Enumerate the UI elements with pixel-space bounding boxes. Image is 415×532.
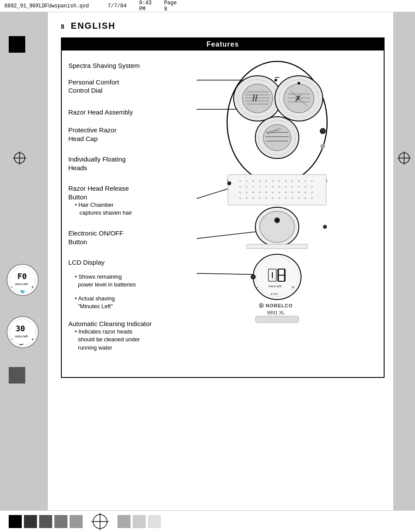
svg-point-54 <box>320 128 325 134</box>
feature-hair-chamber: Hair Chamber captures shaven hair <box>75 201 192 217</box>
main-content: 8 ENGLISH Features Spectra Shaving Syste… <box>48 12 393 510</box>
svg-rect-129 <box>255 316 299 323</box>
svg-point-63 <box>272 180 274 182</box>
feature-head-cap-label: Protective RazorHead Cap <box>68 126 192 143</box>
svg-point-70 <box>239 186 241 188</box>
gray-square-bottom <box>9 367 25 384</box>
footer-sq-light2 <box>117 515 131 528</box>
svg-point-104 <box>305 197 306 199</box>
svg-point-90 <box>291 192 293 193</box>
features-container: Features Spectra Shaving System Personal… <box>61 37 385 378</box>
svg-point-100 <box>278 197 280 199</box>
svg-text:Ⓝ NORELCO: Ⓝ NORELCO <box>259 303 293 308</box>
svg-point-92 <box>305 192 306 193</box>
page-content: F0 mins left − + 🐦 30 mins left − + ↩ <box>0 12 415 510</box>
svg-text:+: + <box>31 285 34 290</box>
svg-point-78 <box>291 186 293 188</box>
svg-text:mins left: mins left <box>268 284 282 288</box>
svg-point-74 <box>265 186 267 188</box>
svg-text:30: 30 <box>16 324 25 333</box>
feature-release-button: Razor Head ReleaseButton Hair Chamber ca… <box>68 184 192 217</box>
svg-text:↩↵: ↩↵ <box>271 291 278 296</box>
svg-point-84 <box>252 192 254 193</box>
feature-floating-heads: Individually FloatingHeads <box>68 155 192 172</box>
svg-point-61 <box>259 180 261 182</box>
features-text-column: Spectra Shaving System Personal ComfortC… <box>62 51 197 377</box>
left-margin: F0 mins left − + 🐦 30 mins left − + ↩ <box>0 12 48 510</box>
svg-text:✗: ✗ <box>295 94 301 103</box>
black-square-top <box>9 36 25 53</box>
svg-point-88 <box>278 192 280 193</box>
svg-point-107 <box>260 211 295 242</box>
svg-point-55 <box>321 144 325 148</box>
feature-spectra-label: Spectra Shaving System <box>68 61 192 70</box>
svg-point-131 <box>323 225 327 229</box>
svg-point-87 <box>272 192 274 193</box>
razor-diagram-area: // ✗ <box>197 51 384 377</box>
footer-sq-black <box>9 515 22 528</box>
svg-rect-57 <box>228 175 326 205</box>
feature-release-button-label: Razor Head ReleaseButton <box>68 184 192 201</box>
footer-sq-light1 <box>70 515 83 528</box>
svg-text:−: − <box>10 337 13 342</box>
svg-text:−: − <box>10 285 13 290</box>
svg-text:−: − <box>255 284 258 290</box>
svg-text:mins left: mins left <box>15 334 28 338</box>
feature-cleaning-sub: Indicates razor heads should be cleaned … <box>75 328 192 352</box>
svg-point-72 <box>252 186 254 188</box>
svg-text:F0: F0 <box>17 272 27 281</box>
svg-point-68 <box>305 180 306 182</box>
feature-comfort-dial: Personal ComfortControl Dial <box>68 78 192 95</box>
feature-minutes-left-text: Actual shaving "Minutes Left" <box>75 295 192 310</box>
svg-point-59 <box>246 180 248 182</box>
feature-minutes-left: Actual shaving "Minutes Left" <box>68 295 192 310</box>
footer-sq-light3 <box>133 515 146 528</box>
svg-point-75 <box>272 186 274 188</box>
svg-point-103 <box>298 197 300 199</box>
svg-point-105 <box>311 197 313 199</box>
page-heading: 8 ENGLISH <box>61 21 385 31</box>
feature-floating-heads-label: Individually FloatingHeads <box>68 155 192 172</box>
svg-point-66 <box>291 180 293 182</box>
feature-head-cap: Protective RazorHead Cap <box>68 126 192 143</box>
footer-sq-mid <box>54 515 67 528</box>
svg-point-132 <box>251 275 255 279</box>
footer-sq-lightest <box>148 515 161 528</box>
svg-text://: // <box>252 93 258 104</box>
svg-point-98 <box>265 197 267 199</box>
svg-point-65 <box>285 180 287 182</box>
svg-point-85 <box>259 192 261 193</box>
feature-power-level: Shows remaining power level in batteries <box>68 273 192 289</box>
footer-sq-dark1 <box>24 515 37 528</box>
page-number: 8 <box>61 23 64 30</box>
svg-rect-110 <box>247 244 308 249</box>
svg-point-73 <box>259 186 261 188</box>
lcd-display-small-1: F0 mins left − + 🐦 <box>5 263 40 297</box>
svg-point-81 <box>311 186 313 188</box>
svg-point-91 <box>298 192 300 193</box>
page-title: ENGLISH <box>71 21 116 31</box>
footer-color-squares <box>9 515 83 528</box>
header-time: 9:43 PM <box>139 0 152 12</box>
right-margin <box>393 12 415 510</box>
svg-point-69 <box>311 180 313 182</box>
svg-point-96 <box>252 197 254 199</box>
svg-point-82 <box>239 192 241 193</box>
svg-point-60 <box>252 180 254 182</box>
reg-crosshair-right <box>398 152 411 165</box>
feature-power-level-text: Shows remaining power level in batteries <box>75 273 192 289</box>
lcd-display-small-2: 30 mins left − + ↩ <box>5 315 40 350</box>
svg-point-101 <box>285 197 287 199</box>
feature-lcd: LCD Display <box>68 258 192 267</box>
features-header: Features <box>62 38 384 51</box>
svg-text:+: + <box>31 337 34 342</box>
svg-point-97 <box>259 197 261 199</box>
svg-point-77 <box>285 186 287 188</box>
reg-crosshair-left <box>13 152 26 165</box>
svg-point-95 <box>246 197 248 199</box>
svg-point-109 <box>276 219 278 222</box>
feature-onoff: Electronic ON/OFFButton <box>68 229 192 246</box>
svg-point-80 <box>305 186 306 188</box>
footer-sq-dark2 <box>39 515 52 528</box>
svg-point-58 <box>239 180 241 182</box>
